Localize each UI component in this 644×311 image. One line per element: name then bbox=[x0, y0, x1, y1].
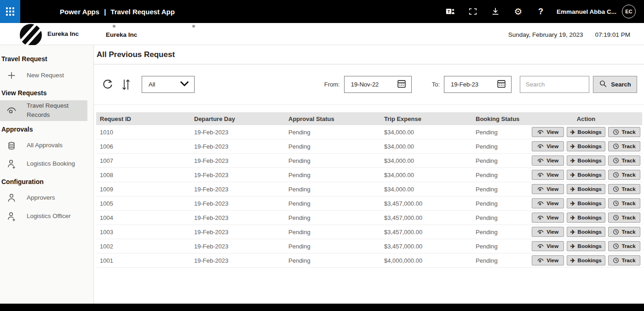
cell-actions: View ✈ Bookings Track bbox=[530, 198, 642, 208]
cell-request-id: 1002 bbox=[96, 243, 190, 250]
view-button[interactable]: View bbox=[532, 227, 564, 237]
track-button[interactable]: Track bbox=[608, 213, 640, 223]
column-header-booking-status: Booking Status bbox=[472, 115, 530, 122]
bookings-button[interactable]: ✈ Bookings bbox=[567, 255, 605, 265]
cell-trip-expense: $3,457,000.00 bbox=[380, 214, 472, 221]
airplane-icon: ✈ bbox=[570, 201, 575, 207]
view-button[interactable]: View bbox=[532, 241, 564, 251]
cell-trip-expense: $34,000.00 bbox=[380, 143, 472, 150]
search-button[interactable]: Search bbox=[593, 76, 637, 93]
from-date-value: 19-Nov-22 bbox=[351, 81, 397, 88]
track-button[interactable]: Track bbox=[608, 255, 640, 265]
cell-approval-status: Pending bbox=[285, 157, 380, 164]
airplane-icon: ✈ bbox=[570, 129, 575, 135]
cell-trip-expense: $4,000,000.00 bbox=[380, 257, 472, 264]
airplane-icon: ✈ bbox=[570, 229, 575, 235]
clock-icon bbox=[613, 243, 619, 249]
cell-departure-day: 19-Feb-2023 bbox=[190, 243, 285, 250]
cell-departure-day: 19-Feb-2023 bbox=[190, 129, 285, 136]
view-button[interactable]: View bbox=[532, 198, 564, 208]
track-button[interactable]: Track bbox=[608, 127, 640, 137]
view-button[interactable]: View bbox=[532, 127, 564, 137]
current-time: 07:19:01 PM bbox=[595, 31, 630, 38]
title-separator: | bbox=[104, 8, 106, 16]
eye-icon bbox=[537, 229, 544, 235]
bookings-button[interactable]: ✈ Bookings bbox=[567, 156, 605, 166]
track-button[interactable]: Track bbox=[608, 156, 640, 166]
cell-booking-status: Pending bbox=[472, 157, 530, 164]
sidebar-item-logistics-booking[interactable]: Logistics Booking bbox=[0, 155, 93, 173]
database-icon bbox=[6, 141, 17, 151]
view-button[interactable]: View bbox=[532, 184, 564, 194]
bookings-button[interactable]: ✈ Bookings bbox=[567, 198, 605, 208]
help-icon[interactable]: ? bbox=[529, 0, 552, 23]
cell-booking-status: Pending bbox=[472, 243, 530, 250]
track-button[interactable]: Track bbox=[608, 198, 640, 208]
fit-to-window-icon[interactable] bbox=[462, 0, 484, 23]
track-button[interactable]: Track bbox=[608, 170, 640, 180]
company-name: Eureka Inc bbox=[47, 30, 79, 37]
eye-icon bbox=[537, 201, 544, 206]
track-button[interactable]: Track bbox=[608, 241, 640, 251]
cell-request-id: 1008 bbox=[96, 172, 190, 179]
bookings-button[interactable]: ✈ Bookings bbox=[567, 213, 605, 223]
teams-icon[interactable]: T bbox=[439, 0, 462, 23]
view-button[interactable]: View bbox=[532, 170, 564, 180]
requests-table: Request ID Departure Day Approval Status… bbox=[96, 112, 642, 268]
bookings-button[interactable]: ✈ Bookings bbox=[567, 141, 605, 151]
cell-booking-status: Pending bbox=[472, 200, 530, 207]
app-title: Power Apps | Travel Request App bbox=[60, 8, 175, 16]
search-input[interactable] bbox=[520, 76, 589, 93]
clock-icon bbox=[613, 172, 619, 178]
sort-arrows-icon[interactable] bbox=[121, 78, 132, 92]
sidebar-header-configuration: Configuration bbox=[0, 173, 93, 189]
table-header-row: Request ID Departure Day Approval Status… bbox=[96, 112, 642, 125]
cell-booking-status: Pending bbox=[472, 143, 530, 150]
waffle-menu-icon[interactable] bbox=[0, 0, 20, 23]
clock-icon bbox=[613, 200, 619, 207]
company-header-bar: Eureka Inc Eureka Inc Sunday, February 1… bbox=[0, 23, 644, 45]
user-name[interactable]: Emmanuel Abba C... bbox=[557, 8, 616, 15]
page-title-row: All Previous Request bbox=[94, 45, 644, 64]
from-date-picker[interactable]: 19-Nov-22 bbox=[344, 76, 412, 93]
cell-trip-expense: $34,000.00 bbox=[380, 129, 472, 136]
settings-gear-icon[interactable]: ⚙ bbox=[507, 0, 529, 23]
track-button[interactable]: Track bbox=[608, 184, 640, 194]
refresh-icon[interactable] bbox=[101, 78, 114, 91]
selection-handle-dot bbox=[113, 25, 115, 28]
page-title: All Previous Request bbox=[97, 50, 175, 59]
track-button[interactable]: Track bbox=[608, 141, 640, 151]
clock-icon bbox=[613, 129, 619, 135]
sidebar-item-all-approvals[interactable]: All Approvals bbox=[0, 137, 93, 155]
bookings-button[interactable]: ✈ Bookings bbox=[567, 241, 605, 251]
airplane-icon: ✈ bbox=[570, 258, 575, 264]
cell-actions: View ✈ Bookings Track bbox=[530, 127, 642, 137]
cell-approval-status: Pending bbox=[285, 229, 380, 236]
cell-approval-status: Pending bbox=[285, 172, 380, 179]
bookings-button[interactable]: ✈ Bookings bbox=[567, 127, 605, 137]
view-button[interactable]: View bbox=[532, 141, 564, 151]
sidebar-item-label: Logistics Officer bbox=[27, 212, 71, 221]
download-icon[interactable] bbox=[484, 0, 507, 23]
track-button[interactable]: Track bbox=[608, 227, 640, 237]
view-button[interactable]: View bbox=[532, 156, 564, 166]
sidebar-item-approvers[interactable]: Approvers bbox=[0, 189, 93, 207]
bookings-button[interactable]: ✈ Bookings bbox=[567, 227, 605, 237]
toolbar: All From: 19-Nov-22 bbox=[94, 64, 644, 105]
bookings-button[interactable]: ✈ Bookings bbox=[567, 170, 605, 180]
sidebar-item-travel-request-records[interactable]: Travel Request Records bbox=[0, 100, 87, 121]
to-date-picker[interactable]: 19-Feb-23 bbox=[444, 76, 512, 93]
filter-dropdown[interactable]: All bbox=[142, 76, 195, 93]
sidebar-item-logistics-officer[interactable]: Logistics Officer bbox=[0, 207, 93, 226]
avatar[interactable]: EC bbox=[622, 5, 636, 18]
sidebar-item-new-request[interactable]: New Request bbox=[0, 66, 93, 85]
view-button[interactable]: View bbox=[532, 255, 564, 265]
bookings-button[interactable]: ✈ Bookings bbox=[567, 184, 605, 194]
table-body: 1010 19-Feb-2023 Pending $34,000.00 Pend… bbox=[96, 125, 642, 268]
view-button[interactable]: View bbox=[532, 213, 564, 223]
cell-trip-expense: $34,000.00 bbox=[380, 186, 472, 193]
cell-actions: View ✈ Bookings Track bbox=[530, 255, 642, 265]
sidebar-header-travel-request: Travel Request bbox=[0, 51, 93, 66]
table-row: 1004 19-Feb-2023 Pending $3,457,000.00 P… bbox=[96, 211, 642, 225]
clock-icon bbox=[613, 229, 619, 235]
